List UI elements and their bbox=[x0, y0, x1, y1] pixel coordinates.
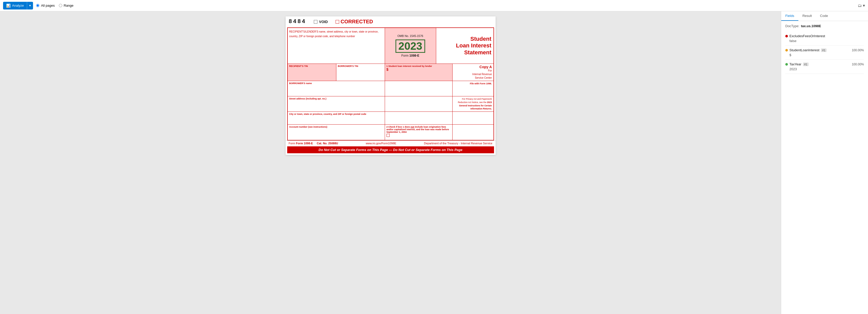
range-label: Range bbox=[64, 4, 73, 7]
recip-tin-value[interactable] bbox=[289, 67, 335, 73]
file-label: File with Form 1096. bbox=[454, 82, 492, 86]
corrected-checkbox[interactable] bbox=[336, 20, 339, 24]
doctype-value: tax.us.1098E bbox=[801, 24, 821, 28]
field-value-2: 2023 bbox=[785, 67, 864, 71]
field-badge-2: #1 bbox=[803, 62, 809, 66]
cell-account-side bbox=[453, 124, 494, 140]
copy-a-sub: ForInternal RevenueService Center bbox=[454, 69, 492, 80]
doctype-label: DocType: bbox=[785, 24, 799, 28]
sidebar-fields-content: DocType: tax.us.1098E ExcludesFeesOrInte… bbox=[781, 21, 868, 77]
form-top-row: 8484 VOID CORRECTED bbox=[289, 19, 493, 25]
form-row-street: Street address (including apt. no.) For … bbox=[288, 96, 494, 112]
title-line1: Student bbox=[438, 36, 492, 42]
analyze-button[interactable]: 📊 Analyze ▾ bbox=[3, 2, 33, 9]
cell-borrower-tin: BORROWER'S TIN bbox=[336, 64, 385, 81]
recip-tin-label: RECIPIENT'S TIN bbox=[289, 65, 335, 67]
copy-a-label: Copy A bbox=[454, 65, 492, 69]
privacy-text: For Privacy Act and Paperwork Reduction … bbox=[454, 97, 492, 111]
field-item-1: StudentLoanInterest #1 100.00% $ bbox=[785, 46, 864, 60]
field-pct-2: 100.00% bbox=[852, 62, 864, 66]
sidebar: Fields Result Code DocType: tax.us.1098E… bbox=[781, 11, 868, 314]
void-checkbox-container: VOID bbox=[314, 20, 328, 24]
void-checkbox[interactable] bbox=[314, 20, 317, 24]
main-container: 8484 VOID CORRECTED RECIPIENT'S/L bbox=[0, 11, 868, 314]
form-header: 8484 VOID CORRECTED bbox=[286, 17, 496, 27]
layers-icon: 🗂 bbox=[858, 3, 862, 8]
footer-cat: Cat. No. 25088U bbox=[317, 142, 338, 145]
borrower-name-label: BORROWER'S name bbox=[289, 82, 383, 85]
field-header-1: StudentLoanInterest #1 100.00% bbox=[785, 48, 864, 52]
form-page: 8484 VOID CORRECTED RECIPIENT'S/L bbox=[286, 17, 496, 155]
omb-number: OMB No. 1545-1576 bbox=[398, 34, 423, 37]
footer-dept: Department of the Treasury - Internal Re… bbox=[424, 142, 492, 145]
cell-loan-interest: 1 Student loan interest received by lend… bbox=[385, 64, 453, 81]
street-value[interactable] bbox=[289, 100, 383, 105]
cell-recipient-tin: RECIPIENT'S TIN bbox=[288, 64, 336, 81]
account-value[interactable] bbox=[289, 128, 383, 133]
footer-form-bold: Form 1098-E bbox=[296, 142, 313, 145]
form-number: 8484 bbox=[289, 19, 306, 25]
form-row-tins: RECIPIENT'S TIN BORROWER'S TIN 1 Student… bbox=[288, 64, 494, 81]
range-option[interactable]: Range bbox=[59, 4, 73, 7]
cell-privacy-notice: For Privacy Act and Paperwork Reduction … bbox=[453, 96, 494, 112]
cell-borrower-name-right bbox=[385, 81, 453, 96]
title-line2: Loan Interest bbox=[438, 42, 492, 49]
toolbar: 📊 Analyze ▾ All pages Range 🗂 ▾ bbox=[0, 0, 868, 11]
form-footer: Form Form 1098-E Cat. No. 25088U www.irs… bbox=[286, 140, 496, 146]
layers-dropdown[interactable]: ▾ bbox=[863, 3, 865, 8]
cell-city-side bbox=[453, 112, 494, 124]
box2-checkbox[interactable] bbox=[386, 134, 390, 137]
field-value-1: $ bbox=[785, 53, 864, 57]
box2-label: 2 Check if box 1 does not include loan o… bbox=[386, 125, 451, 133]
borrower-name-value[interactable] bbox=[289, 85, 383, 90]
field-dot-0 bbox=[785, 35, 788, 37]
footer-form-id: Form Form 1098-E Cat. No. 25088U bbox=[289, 142, 338, 145]
cell-borrower-name: BORROWER'S name bbox=[288, 81, 385, 96]
tab-code[interactable]: Code bbox=[816, 11, 832, 21]
all-pages-radio[interactable] bbox=[36, 4, 39, 7]
range-radio[interactable] bbox=[59, 4, 62, 7]
field-dot-1 bbox=[785, 49, 788, 52]
sidebar-tab-bar: Fields Result Code bbox=[781, 11, 868, 21]
form-row-lender: RECIPIENT'S/LENDER'S name, street addres… bbox=[288, 28, 494, 64]
field-name-0: ExcludesFeesOrInterest bbox=[789, 34, 825, 38]
dollar-sign: $ bbox=[386, 67, 451, 72]
doctype-row: DocType: tax.us.1098E bbox=[785, 24, 864, 28]
corrected-label: CORRECTED bbox=[341, 19, 373, 25]
cell-year: OMB No. 1545-1576 2023 Form 1098-E bbox=[385, 28, 436, 63]
form-grid: RECIPIENT'S/LENDER'S name, street addres… bbox=[287, 27, 494, 140]
cell-lender-info: RECIPIENT'S/LENDER'S name, street addres… bbox=[288, 28, 385, 63]
borr-tin-value[interactable] bbox=[338, 67, 383, 73]
form-id-prefix: Form bbox=[401, 54, 409, 57]
all-pages-option[interactable]: All pages bbox=[36, 4, 55, 7]
field-pct-1: 100.00% bbox=[852, 49, 864, 52]
cell-city-right bbox=[385, 112, 453, 124]
account-label: Account number (see instructions) bbox=[289, 125, 383, 128]
layers-button[interactable]: 🗂 ▾ bbox=[858, 3, 865, 8]
analyze-dropdown-arrow[interactable]: ▾ bbox=[27, 2, 33, 9]
field-dot-2 bbox=[785, 63, 788, 66]
analyze-label: Analyze bbox=[12, 4, 24, 7]
cell-copy-a: Copy A ForInternal RevenueService Center bbox=[453, 64, 494, 81]
toolbar-right: 🗂 ▾ bbox=[858, 3, 865, 8]
field-header-2: TaxYear #1 100.00% bbox=[785, 62, 864, 66]
city-value[interactable] bbox=[289, 115, 383, 120]
city-label: City or town, state or province, country… bbox=[289, 113, 383, 115]
field-name-2: TaxYear bbox=[789, 62, 801, 66]
cell-form-title: Student Loan Interest Statement bbox=[436, 28, 494, 63]
void-label: VOID bbox=[319, 20, 328, 24]
all-pages-label: All pages bbox=[41, 4, 55, 7]
tab-fields[interactable]: Fields bbox=[781, 11, 798, 21]
page-range-selector: All pages Range bbox=[36, 4, 73, 7]
field-header-0: ExcludesFeesOrInterest bbox=[785, 34, 864, 38]
cell-street-right bbox=[385, 96, 453, 112]
field-item-0: ExcludesFeesOrInterest false bbox=[785, 31, 864, 46]
field-item-2: TaxYear #1 100.00% 2023 bbox=[785, 60, 864, 74]
field-value-0: false bbox=[785, 39, 864, 43]
borr-tin-label: BORROWER'S TIN bbox=[338, 65, 383, 67]
cell-city: City or town, state or province, country… bbox=[288, 112, 385, 124]
tab-result[interactable]: Result bbox=[798, 11, 816, 21]
form-id-label: Form 1098-E bbox=[401, 54, 419, 57]
form-row-borrower-name: BORROWER'S name File with Form 1096. bbox=[288, 81, 494, 96]
chart-icon: 📊 bbox=[6, 4, 10, 8]
